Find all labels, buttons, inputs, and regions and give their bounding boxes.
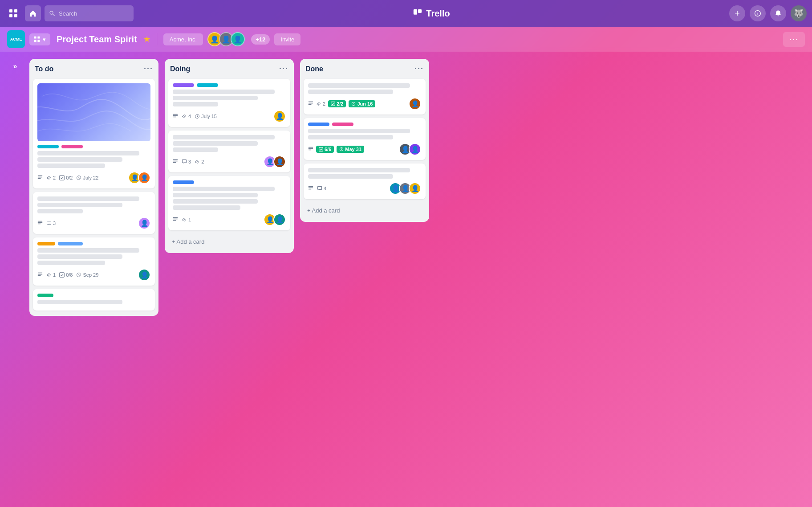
card-tags	[37, 242, 150, 245]
card-avatar-1: 👤	[409, 98, 421, 110]
meta-description	[308, 147, 313, 152]
svg-point-4	[50, 11, 53, 14]
svg-rect-7	[418, 9, 422, 13]
card-text-2	[308, 174, 393, 179]
column-todo-title: To do	[35, 65, 53, 73]
tag-yellow	[37, 242, 55, 245]
svg-rect-33	[173, 162, 176, 163]
svg-rect-42	[309, 147, 313, 148]
date-badge: May 31	[337, 146, 364, 153]
card-done-3[interactable]: 4 👤 👤 👤	[304, 164, 426, 199]
svg-rect-11	[37, 37, 40, 39]
card-tags	[37, 294, 150, 297]
card-meta: 2 2/2 Jun 16 👤	[308, 98, 421, 110]
column-done-header: Done ···	[304, 64, 426, 75]
card-tags	[308, 123, 421, 126]
checklist-badge: 6/6	[316, 146, 334, 153]
svg-rect-22	[38, 273, 43, 274]
card-text-2	[173, 96, 258, 100]
member-count[interactable]: +12	[251, 34, 270, 45]
card-avatars: 👤 👤	[399, 143, 421, 155]
svg-rect-0	[9, 9, 12, 12]
sidebar-toggle[interactable]: »	[7, 59, 23, 70]
meta-checklist: 0/8	[59, 272, 73, 278]
add-button[interactable]: +	[729, 5, 745, 21]
card-avatars: 👤 👤	[264, 155, 286, 168]
invite-button[interactable]: Invite	[274, 33, 300, 45]
svg-rect-14	[38, 176, 43, 176]
meta-attachments: 2	[195, 159, 204, 164]
card-text-2	[173, 193, 258, 197]
column-done-menu[interactable]: ···	[414, 64, 424, 74]
member-avatars: 👤 👤 👤	[207, 32, 245, 46]
card-done-1[interactable]: 2 2/2 Jun 16 👤	[304, 79, 426, 114]
workspace-button[interactable]: Acme, Inc.	[163, 33, 203, 45]
svg-rect-25	[60, 273, 65, 278]
card-todo-2[interactable]: 3 👤	[33, 192, 155, 234]
meta-attachments: 2	[46, 175, 56, 180]
column-doing-menu[interactable]: ···	[279, 64, 288, 74]
card-avatars: 👤 👤 👤	[389, 182, 421, 195]
add-card-done[interactable]: + Add a card	[304, 204, 426, 217]
meta-attachments: 2	[316, 101, 325, 106]
card-done-2[interactable]: 6/6 May 31 👤 👤	[304, 118, 426, 160]
notification-button[interactable]	[770, 5, 786, 21]
meta-date: Sep 29	[76, 272, 98, 278]
add-card-doing[interactable]: + Add a card	[168, 236, 290, 248]
svg-rect-48	[309, 188, 313, 188]
meta-attachments: 4	[182, 114, 191, 119]
card-doing-2[interactable]: 3 2 👤 👤	[168, 131, 290, 172]
home-button[interactable]	[25, 5, 41, 21]
svg-rect-43	[309, 148, 313, 149]
meta-description	[308, 101, 313, 106]
meta-description	[173, 159, 178, 164]
card-avatar-2: 👤	[273, 155, 286, 168]
card-meta: 1 0/8 Sep 29 👤	[37, 269, 150, 281]
card-todo-3[interactable]: 1 0/8 Sep 29 👤	[33, 237, 155, 286]
svg-rect-16	[38, 178, 41, 179]
meta-attachments: 1	[182, 217, 191, 222]
svg-rect-34	[173, 217, 178, 218]
svg-rect-6	[414, 9, 417, 15]
grid-icon[interactable]	[5, 5, 21, 21]
star-button[interactable]: ★	[143, 34, 150, 44]
info-button[interactable]: i	[750, 5, 766, 21]
card-tags	[37, 145, 150, 148]
more-button[interactable]: ···	[783, 32, 805, 47]
card-text-3	[173, 147, 218, 152]
card-todo-1[interactable]: 2 0/2 July 22 👤 👤	[33, 79, 155, 188]
user-avatar[interactable]: 🐺	[791, 5, 807, 21]
card-text-2	[308, 135, 393, 139]
card-avatar-3: 👤	[409, 182, 421, 195]
card-text-2	[173, 141, 258, 146]
date-badge: Jun 16	[349, 100, 375, 107]
card-meta: 2 0/2 July 22 👤 👤	[37, 172, 150, 184]
svg-rect-15	[38, 177, 43, 178]
card-doing-3[interactable]: 1 👤 👤	[168, 176, 290, 230]
board-menu-button[interactable]: ▾	[29, 33, 50, 45]
card-avatars: 👤 👤	[264, 213, 286, 226]
svg-rect-38	[309, 103, 313, 104]
card-avatar-2: 👤	[138, 172, 150, 184]
column-todo-menu[interactable]: ···	[144, 64, 153, 74]
svg-rect-13	[37, 40, 40, 42]
svg-rect-17	[60, 176, 65, 180]
svg-rect-19	[38, 221, 43, 222]
card-text-3	[37, 209, 83, 213]
card-meta: 3 👤	[37, 217, 150, 229]
svg-rect-29	[173, 117, 176, 118]
card-text-1	[37, 196, 139, 201]
svg-rect-23	[38, 274, 43, 275]
tag-green	[37, 294, 53, 297]
card-text-1	[173, 135, 275, 139]
card-todo-4[interactable]	[33, 289, 155, 311]
tag-blue	[58, 242, 83, 245]
member-avatar-3[interactable]: 👤	[231, 32, 245, 46]
card-tags	[173, 180, 286, 184]
svg-rect-49	[309, 189, 312, 190]
card-text-3	[37, 164, 105, 168]
card-text-3	[173, 199, 258, 204]
search-bar[interactable]: Search	[45, 5, 134, 21]
card-doing-1[interactable]: 4 July 15 👤	[168, 79, 290, 127]
svg-rect-10	[34, 37, 37, 39]
